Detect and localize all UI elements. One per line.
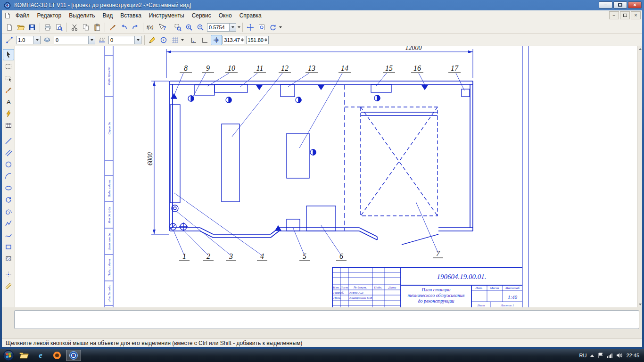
undo-button[interactable] [118,22,130,33]
palette-point-tool[interactable] [3,269,14,280]
network-icon[interactable] [607,353,612,358]
drawing-canvas[interactable]: Перв. примен. Справ. № Подп. и дата Инв.… [15,46,637,307]
dimension-vertical: 6000 [147,81,169,234]
language-indicator[interactable]: RU [579,353,587,358]
menu-insert[interactable]: Вставка [116,11,145,20]
compass-button[interactable] [158,35,169,45]
layer-dropdown-icon[interactable] [88,36,95,44]
cut-button[interactable] [69,22,80,33]
palette-rotate-tool[interactable] [3,194,14,206]
style-dropdown-icon[interactable] [134,36,141,44]
palette-line-tool[interactable] [3,135,14,147]
menu-help[interactable]: Справка [236,11,265,20]
taskbar-explorer-icon[interactable] [17,350,32,361]
layers-button[interactable] [41,35,53,45]
palette-ellipse-tool[interactable] [3,182,14,194]
paste-button[interactable] [91,22,103,33]
ortho-button[interactable] [199,35,211,45]
zoom-dropdown-icon[interactable] [229,24,236,31]
style-value-input [109,36,134,44]
show-all-button[interactable] [256,22,267,33]
palette-rectangle-tool[interactable] [3,241,14,253]
coord-y-box[interactable] [246,36,269,44]
menu-window[interactable]: Окно [215,11,236,20]
mdi-close-button[interactable]: × [631,11,641,19]
palette-hatch-tool[interactable] [3,253,14,264]
palette-pick-select-tool[interactable] [3,73,14,84]
palette-spiral-tool[interactable] [3,206,14,217]
volume-icon[interactable] [616,353,622,358]
menu-tools[interactable]: Инструменты [145,11,188,20]
menu-view[interactable]: Вид [99,11,117,20]
copy-properties-button[interactable] [107,22,118,33]
dashed-zone [345,85,438,230]
palette-marquee-select-tool[interactable] [3,61,14,72]
title-bar[interactable]: КОМПАС-3D LT V11 - [проект до реконструк… [0,0,644,10]
mdi-document-icon[interactable] [3,11,12,20]
start-button[interactable] [2,349,15,362]
layer-combo[interactable] [54,36,95,44]
copy-button[interactable] [80,22,91,33]
palette-quick-command-tool[interactable] [3,108,14,119]
line-style-button[interactable] [96,35,107,45]
palette-measure-tool[interactable] [3,280,14,292]
refresh-options-icon[interactable] [279,26,282,28]
grid-options-icon[interactable] [181,39,184,41]
redo-button[interactable] [130,22,141,33]
maximize-button[interactable] [613,1,627,8]
save-button[interactable] [26,22,38,33]
palette-table-tool[interactable] [3,120,14,131]
palette-select-tool[interactable] [3,49,14,60]
palette-arc-tool[interactable] [3,171,14,182]
refresh-button[interactable] [267,22,279,33]
palette-text-tool[interactable]: A [3,96,14,107]
local-csys-button[interactable] [188,35,199,45]
taskbar-kompas-icon[interactable] [66,350,81,361]
context-help-button[interactable]: ? [157,22,168,33]
step-combo[interactable] [16,36,41,44]
property-bar-input[interactable] [14,310,639,329]
pan-button[interactable] [245,22,256,33]
menu-service[interactable]: Сервис [188,11,215,20]
palette-brush-tool[interactable] [3,84,14,96]
mdi-minimize-button[interactable]: − [609,11,619,19]
minimize-button[interactable]: − [599,1,612,8]
zoom-combo[interactable] [207,23,236,32]
close-button[interactable]: × [628,1,642,8]
print-button[interactable] [42,22,53,33]
style-combo[interactable] [108,36,141,44]
menu-file[interactable]: Файл [12,11,33,20]
macro-button[interactable]: f(x) [145,22,157,33]
pencil-button[interactable] [147,35,158,45]
cursor-step-button[interactable] [4,35,15,45]
grid-button[interactable] [169,35,181,45]
taskbar-browser-icon[interactable] [50,350,65,361]
zoom-window-button[interactable] [172,22,183,33]
svg-text:технического обслуживания: технического обслуживания [408,293,465,298]
step-dropdown-icon[interactable] [33,36,40,44]
action-center-flag-icon[interactable] [598,353,603,358]
print-preview-button[interactable] [53,22,65,33]
scroll-up-icon[interactable] [638,47,642,51]
mdi-restore-button[interactable] [620,11,630,19]
zoom-options-icon[interactable] [238,26,240,28]
palette-parallel-line-tool[interactable] [3,147,14,158]
hidden-icons-icon[interactable] [590,354,594,357]
property-bar [2,307,642,338]
coord-x-box[interactable] [223,36,245,44]
menu-editor[interactable]: Редактор [33,11,66,20]
scroll-down-icon[interactable] [638,302,642,307]
palette-polyline-tool[interactable] [3,218,14,229]
svg-text:10: 10 [228,64,235,72]
menu-select[interactable]: Выделить [65,11,99,20]
zoom-in-button[interactable] [183,22,195,33]
new-document-button[interactable] [4,22,15,33]
zoom-out-button[interactable] [195,22,206,33]
palette-circle-tool[interactable] [3,159,14,170]
open-button[interactable] [15,22,26,33]
taskbar-ie-icon[interactable]: e [33,350,48,361]
palette-spline-tool[interactable] [3,230,14,241]
taskbar-clock[interactable]: 22:45 [626,353,639,358]
vertical-scrollbar[interactable] [637,46,642,307]
snap-button[interactable] [211,35,222,45]
